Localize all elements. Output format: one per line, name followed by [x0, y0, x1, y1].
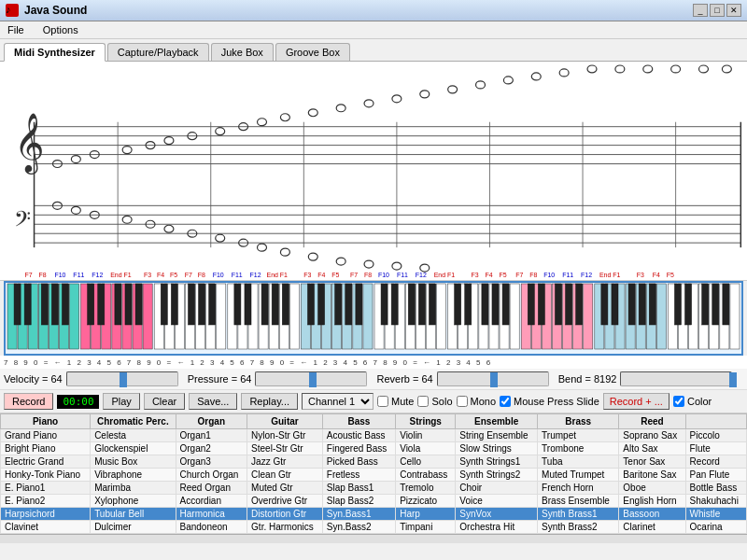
tab-juke-box[interactable]: Juke Box	[211, 43, 274, 61]
list-item[interactable]: Trombone	[538, 442, 619, 455]
list-item[interactable]: Piccolo	[685, 429, 746, 442]
table-row[interactable]: E. Piano1MarimbaReed OrganMuted GtrSlap …	[1, 482, 747, 495]
list-item[interactable]: Synth Strings2	[456, 469, 538, 482]
list-item[interactable]: Voice	[456, 495, 538, 508]
minimize-button[interactable]: _	[693, 4, 708, 17]
list-item[interactable]: Cello	[396, 455, 456, 469]
list-item[interactable]: Accordian	[176, 495, 247, 508]
list-item[interactable]: Celesta	[91, 429, 176, 442]
list-item[interactable]: Orchestra Hit	[456, 521, 538, 534]
list-item[interactable]: Syn.Bass2	[322, 521, 395, 534]
maximize-button[interactable]: □	[710, 4, 725, 17]
list-item[interactable]: Organ1	[176, 429, 247, 442]
velocity-slider[interactable]	[66, 371, 178, 386]
list-item[interactable]: Timpani	[396, 521, 456, 534]
list-item[interactable]: Fingered Bass	[322, 442, 395, 455]
list-item[interactable]: Nylon-Str Gtr	[247, 429, 323, 442]
list-item[interactable]: Distortion Gtr	[247, 508, 323, 521]
list-item[interactable]: Syn.Bass1	[322, 508, 395, 521]
list-item[interactable]: Contrabass	[396, 469, 456, 482]
table-row[interactable]: Grand PianoCelestaOrgan1Nylon-Str GtrAco…	[1, 429, 747, 442]
list-item[interactable]: Shakuhachi	[685, 495, 746, 508]
piano-keyboard-area[interactable]	[4, 281, 743, 356]
list-item[interactable]: Harmonica	[176, 508, 247, 521]
list-item[interactable]: Pan Flute	[685, 469, 746, 482]
list-item[interactable]: Honky-Tonk Piano	[1, 469, 91, 482]
mouse-press-slide-checkbox[interactable]	[500, 396, 511, 407]
play-button[interactable]: Play	[103, 393, 139, 410]
table-row[interactable]: Honky-Tonk PianoVibraphoneChurch OrganCl…	[1, 469, 747, 482]
list-item[interactable]: Baritone Sax	[619, 469, 685, 482]
save-button[interactable]: Save...	[189, 393, 237, 410]
list-item[interactable]: Flute	[685, 442, 746, 455]
tab-groove-box[interactable]: Groove Box	[275, 43, 350, 61]
list-item[interactable]: Organ3	[176, 455, 247, 469]
list-item[interactable]: Violin	[396, 429, 456, 442]
list-item[interactable]: Clean Gtr	[247, 469, 323, 482]
list-item[interactable]: Harpsichord	[1, 508, 91, 521]
record-button[interactable]: Record	[4, 393, 53, 410]
list-item[interactable]: E. Piano1	[1, 482, 91, 495]
list-item[interactable]: Tremolo	[396, 482, 456, 495]
list-item[interactable]: Synth Brass1	[538, 508, 619, 521]
list-item[interactable]: Oboe	[619, 482, 685, 495]
mono-group[interactable]: Mono	[457, 396, 497, 407]
window-controls[interactable]: _ □ ✕	[693, 4, 741, 17]
list-item[interactable]: Bandoneon	[176, 521, 247, 534]
list-item[interactable]: SynVox	[456, 508, 538, 521]
table-row[interactable]: Bright PianoGlockenspielOrgan2Steel-Str …	[1, 442, 747, 455]
list-item[interactable]: English Horn	[619, 495, 685, 508]
list-item[interactable]: Muted Gtr	[247, 482, 323, 495]
list-item[interactable]: Steel-Str Gtr	[247, 442, 323, 455]
pressure-slider[interactable]	[255, 371, 367, 386]
menu-options[interactable]: Options	[39, 23, 82, 36]
solo-group[interactable]: Solo	[417, 396, 452, 407]
solo-checkbox[interactable]	[417, 396, 429, 407]
list-item[interactable]: Fretless	[322, 469, 395, 482]
list-item[interactable]: French Horn	[538, 482, 619, 495]
list-item[interactable]: Tubular Bell	[91, 508, 176, 521]
list-item[interactable]: Xylophone	[91, 495, 176, 508]
instrument-grid[interactable]: Piano Chromatic Perc. Organ Guitar Bass …	[0, 413, 747, 554]
bend-slider[interactable]	[620, 371, 732, 386]
table-row[interactable]: HarpsichordTubular BellHarmonicaDistorti…	[1, 508, 747, 521]
color-checkbox[interactable]	[673, 396, 684, 407]
list-item[interactable]: Choir	[456, 482, 538, 495]
list-item[interactable]: Soprano Sax	[619, 429, 685, 442]
list-item[interactable]: Alto Sax	[619, 442, 685, 455]
list-item[interactable]: Bassoon	[619, 508, 685, 521]
list-item[interactable]: Grand Piano	[1, 429, 91, 442]
list-item[interactable]: Clavinet	[1, 521, 91, 534]
clear-button[interactable]: Clear	[144, 393, 185, 410]
channel-select[interactable]: Channel 1 Channel 2 Channel 3	[302, 393, 374, 410]
record-plus-button[interactable]: Record + ...	[603, 393, 669, 410]
replay-button[interactable]: Replay...	[241, 393, 298, 410]
list-item[interactable]: Tenor Sax	[619, 455, 685, 469]
menu-file[interactable]: File	[4, 23, 28, 36]
list-item[interactable]: Bright Piano	[1, 442, 91, 455]
list-item[interactable]: Harp	[396, 508, 456, 521]
table-row[interactable]: Electric GrandMusic BoxOrgan3Jazz GtrPic…	[1, 455, 747, 469]
list-item[interactable]: Trumpet	[538, 429, 619, 442]
list-item[interactable]: Brass Ensemble	[538, 495, 619, 508]
list-item[interactable]: Record	[685, 455, 746, 469]
reverb-slider[interactable]	[437, 371, 549, 386]
mouse-press-slide-group[interactable]: Mouse Press Slide	[500, 396, 599, 407]
list-item[interactable]: Organ2	[176, 442, 247, 455]
list-item[interactable]: Dulcimer	[91, 521, 176, 534]
list-item[interactable]: Acoustic Bass	[322, 429, 395, 442]
list-item[interactable]: Overdrive Gtr	[247, 495, 323, 508]
horizontal-scrollbar[interactable]	[0, 534, 747, 543]
list-item[interactable]: Synth Brass2	[538, 521, 619, 534]
close-button[interactable]: ✕	[726, 4, 741, 17]
list-item[interactable]: Synth Strings1	[456, 455, 538, 469]
mute-group[interactable]: Mute	[377, 396, 414, 407]
list-item[interactable]: E. Piano2	[1, 495, 91, 508]
color-group[interactable]: Color	[673, 396, 712, 407]
list-item[interactable]: Bottle Bass	[685, 482, 746, 495]
mono-checkbox[interactable]	[457, 396, 468, 407]
list-item[interactable]: Music Box	[91, 455, 176, 469]
list-item[interactable]: Clarinet	[619, 521, 685, 534]
list-item[interactable]: Whistle	[685, 508, 746, 521]
list-item[interactable]: Glockenspiel	[91, 442, 176, 455]
